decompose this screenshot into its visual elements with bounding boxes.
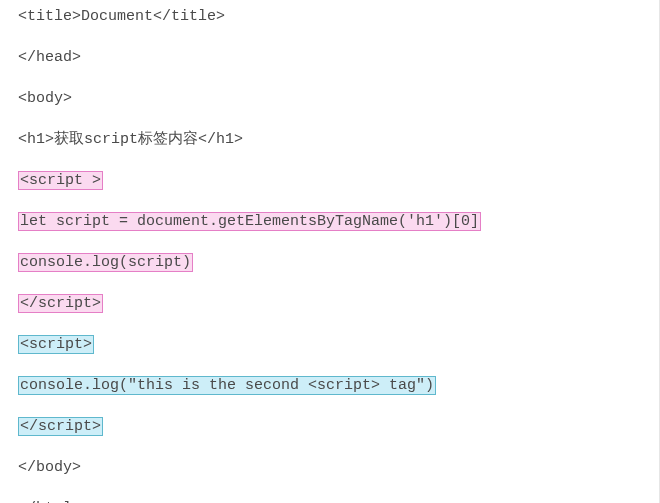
code-text: </head> [18,49,81,66]
highlight-pink: let script = document.getElementsByTagNa… [18,212,481,231]
code-line: let script = document.getElementsByTagNa… [18,211,660,232]
code-text: <h1>获取script标签内容</h1> [18,131,243,148]
highlight-pink: console.log(script) [18,253,193,272]
code-text: <script> [20,336,92,353]
code-line: </head> [18,47,660,68]
highlight-blue: </script> [18,417,103,436]
highlight-pink: </script> [18,294,103,313]
code-line: <script> [18,334,660,355]
code-text: </body> [18,459,81,476]
code-line: <h1>获取script标签内容</h1> [18,129,660,150]
code-text: <body> [18,90,72,107]
code-text: let script = document.getElementsByTagNa… [20,213,479,230]
code-text: </script> [20,418,101,435]
code-line: </script> [18,416,660,437]
highlight-blue: console.log("this is the second <script>… [18,376,436,395]
code-line: console.log("this is the second <script>… [18,375,660,396]
code-text: console.log("this is the second <script>… [20,377,434,394]
code-text: <title>Document</title> [18,8,225,25]
highlight-pink: <script > [18,171,103,190]
code-line: <script > [18,170,660,191]
highlight-blue: <script> [18,335,94,354]
code-text: <script > [20,172,101,189]
code-line: <title>Document</title> [18,6,660,27]
code-text: console.log(script) [20,254,191,271]
code-line: </html> [18,498,660,503]
code-line: </script> [18,293,660,314]
code-line: console.log(script) [18,252,660,273]
code-block: <title>Document</title> </head> <body> <… [0,0,660,503]
code-line: </body> [18,457,660,478]
code-text: </script> [20,295,101,312]
code-line: <body> [18,88,660,109]
